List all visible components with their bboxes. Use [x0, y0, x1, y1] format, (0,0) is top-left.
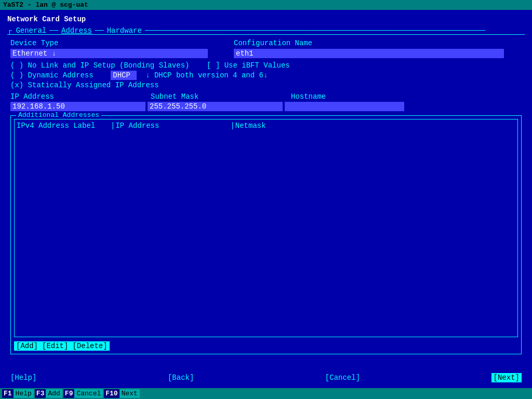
radio-no-link[interactable]: ( ) No Link and IP Setup (Bonding Slaves… [10, 61, 525, 70]
action-buttons-row: [Add] [Edit] [Delete] [14, 341, 518, 351]
table-header: IPv4 Address Label | IP Address | Netmas… [17, 122, 515, 131]
address-table: IPv4 Address Label | IP Address | Netmas… [14, 119, 518, 337]
tab-address[interactable]: Address [58, 26, 95, 35]
field-labels-row: Device Type Configuration Name [10, 39, 525, 47]
delete-button[interactable]: [Delete] [70, 341, 109, 351]
col-header-ip-address: IP Address [115, 122, 230, 130]
tab-row: ┌ General ── Address ── Hardware ───────… [7, 26, 525, 35]
tab-general[interactable]: General [12, 26, 49, 35]
bottom-nav: [Help] [Back] [Cancel] [Next] [0, 371, 532, 384]
fkey-f9[interactable]: F9 Cancel [63, 389, 103, 398]
titlebar-text: YaST2 - lan @ scg-uat [3, 1, 88, 9]
main-content: Network Card Setup ┌ General ── Address … [0, 10, 532, 360]
subnet-mask-input[interactable] [148, 102, 283, 111]
fkey-bar: F1 Help F3 Add F9 Cancel F10 Next [0, 388, 532, 399]
fkey-f10[interactable]: F10 Next [104, 389, 140, 398]
dhcp-dropdown[interactable]: DHCP [111, 71, 137, 80]
back-button[interactable]: [Back] [168, 373, 194, 382]
help-button[interactable]: [Help] [10, 373, 36, 382]
titlebar: YaST2 - lan @ scg-uat [0, 0, 532, 10]
hostname-input[interactable] [285, 102, 404, 111]
additional-addresses-title: Additional Addresses [16, 111, 101, 119]
fkey-f1[interactable]: F1 Help [2, 389, 34, 398]
config-name-field[interactable]: eth1 [234, 49, 504, 58]
config-name-label: Configuration Name [234, 39, 525, 47]
edit-button[interactable]: [Edit] [40, 341, 70, 351]
cancel-button[interactable]: [Cancel] [325, 373, 360, 382]
ip-address-label: IP Address [10, 92, 151, 101]
additional-addresses-section: Additional Addresses IPv4 Address Label … [10, 115, 522, 354]
ip-address-input[interactable] [10, 102, 145, 111]
radio-dynamic[interactable]: ( ) Dynamic Address DHCP ↓ DHCP both ver… [10, 71, 525, 79]
col-header-netmask: Netmask [235, 122, 515, 130]
add-button[interactable]: [Add] [14, 341, 40, 351]
next-button[interactable]: [Next] [491, 373, 522, 382]
field-values-row: Ethernet ↓ eth1 [10, 49, 525, 58]
radio-static[interactable]: (x) Statically Assigned IP Address [10, 81, 525, 89]
window-title: Network Card Setup [7, 15, 525, 23]
col-header-ipv4-label: IPv4 Address Label [17, 122, 110, 130]
fkey-f3[interactable]: F3 Add [35, 389, 62, 398]
hostname-label: Hostname [291, 92, 525, 101]
subnet-mask-label: Subnet Mask [151, 92, 291, 101]
device-type-label: Device Type [10, 39, 234, 47]
device-type-field[interactable]: Ethernet ↓ [10, 49, 208, 58]
tab-hardware[interactable]: Hardware [104, 26, 145, 35]
